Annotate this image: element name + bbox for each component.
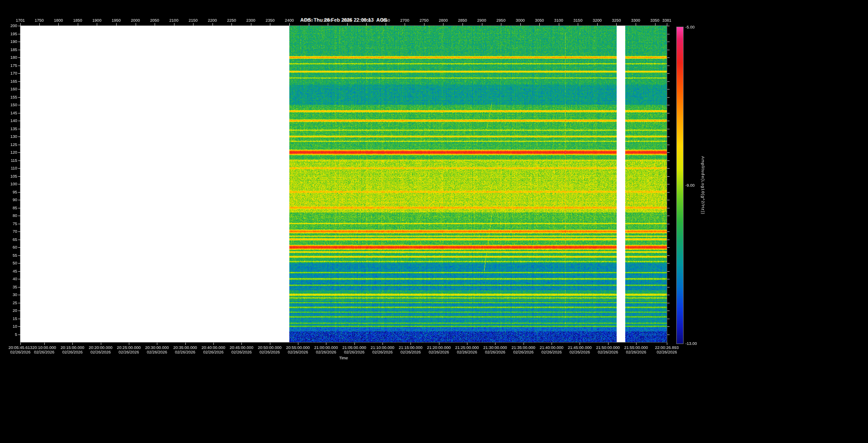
time-axis-tick	[467, 343, 467, 345]
freq-tick-right	[667, 224, 670, 224]
spectrogram-canvas[interactable]	[20, 26, 667, 342]
freq-tick-label: 115	[1, 158, 17, 163]
time-tick-label: 21:40:00.000	[540, 345, 564, 350]
date-label: 02/26/2026	[542, 350, 562, 354]
freq-tick-right	[667, 263, 670, 264]
freq-tick-right	[667, 326, 670, 327]
date-label: 02/26/2026	[598, 350, 618, 354]
time-axis-tick	[213, 343, 214, 345]
time-axis-tick	[44, 343, 45, 345]
time-tick-label: 22:00:26.893	[655, 345, 679, 350]
freq-tick-label: 10	[1, 324, 17, 329]
freq-tick-label: 110	[1, 166, 17, 170]
time-tick-label: 21:55:00.000	[624, 345, 648, 350]
freq-tick-right	[667, 145, 670, 145]
freq-tick-label: 170	[1, 71, 17, 75]
date-label: 02/26/2026	[62, 350, 83, 354]
freq-tick-label: 95	[1, 190, 17, 194]
freq-tick-right	[667, 311, 670, 311]
time-axis-tick	[298, 343, 298, 345]
time-tick-label: 20:25:00.000	[117, 345, 141, 350]
time-tick-label: 21:30:00.000	[483, 345, 507, 350]
colorbar	[677, 27, 683, 344]
date-label: 02/26/2026	[485, 350, 505, 354]
date-label: 02/26/2026	[429, 350, 449, 354]
freq-tick-right	[667, 57, 670, 58]
freq-tick-label: 130	[1, 134, 17, 139]
freq-tick-right	[667, 137, 670, 137]
date-label: 02/26/2026	[118, 350, 139, 354]
time-tick-label: 21:25:00.000	[455, 345, 479, 350]
freq-tick-label: 85	[1, 206, 17, 210]
time-axis-tick	[185, 343, 186, 345]
date-label: 02/26/2026	[626, 350, 646, 354]
freq-tick-right	[667, 176, 670, 177]
time-axis-tick	[608, 343, 609, 345]
spectrogram-plot[interactable]	[20, 26, 667, 342]
freq-tick-label: 75	[1, 222, 17, 226]
freq-tick-right	[667, 160, 670, 161]
freq-tick-label: 150	[1, 103, 17, 107]
freq-tick-right	[667, 200, 670, 200]
time-axis-tick	[410, 343, 411, 345]
freq-tick-label: 200	[1, 24, 17, 28]
freq-tick-label: 180	[1, 55, 17, 60]
window-title: AOS Thu 26 Feb 2026 22:00:13 AOS	[20, 18, 667, 23]
time-tick-label: 20:40:00.000	[202, 345, 226, 350]
date-label: 02/26/2026	[316, 350, 336, 354]
freq-tick-right	[667, 168, 670, 169]
freq-tick-right	[667, 152, 670, 153]
colorbar-canvas	[677, 27, 683, 344]
freq-tick-right	[667, 287, 670, 287]
freq-tick-label: 45	[1, 269, 17, 273]
freq-tick-label: 105	[1, 174, 17, 179]
freq-tick-label: 35	[1, 285, 17, 289]
freq-tick-label: 175	[1, 63, 17, 68]
time-axis-tick	[326, 343, 326, 345]
freq-tick-right	[667, 105, 670, 105]
freq-tick-right	[667, 303, 670, 303]
time-tick-label: 20:45:00.000	[230, 345, 254, 350]
date-label: 02/26/2026	[90, 350, 111, 354]
freq-tick-label: 140	[1, 118, 17, 123]
date-label: 02/26/2026	[203, 350, 223, 354]
time-tick-label: 21:10:00.000	[371, 345, 395, 350]
freq-tick-right	[667, 295, 670, 295]
time-axis-tick	[382, 343, 383, 345]
freq-tick-label: 160	[1, 87, 17, 91]
time-axis-tick	[495, 343, 495, 345]
date-label: 02/26/2026	[34, 350, 54, 354]
freq-tick-label: 80	[1, 213, 17, 218]
freq-tick-right	[667, 192, 670, 193]
freq-tick-label: 65	[1, 237, 17, 242]
freq-tick-right	[667, 97, 670, 98]
date-label: 02/26/2026	[344, 350, 364, 354]
time-axis-tick	[72, 343, 73, 345]
date-label: 02/26/2026	[147, 350, 167, 354]
time-tick-label: 20:10:00.000	[33, 345, 57, 350]
freq-tick-right	[667, 26, 670, 26]
freq-tick-right	[667, 231, 670, 232]
time-tick-label: 21:15:00.000	[399, 345, 423, 350]
time-tick-label: 20:55:00.000	[286, 345, 310, 350]
freq-tick-right	[667, 73, 670, 74]
date-label: 02/26/2026	[656, 350, 677, 354]
freq-tick-right	[667, 89, 670, 90]
freq-tick-label: 195	[1, 32, 17, 36]
freq-tick-label: 90	[1, 198, 17, 202]
freq-tick-right	[667, 271, 670, 272]
time-axis-tick	[129, 343, 129, 345]
freq-tick-label: 135	[1, 127, 17, 131]
freq-tick-right	[667, 81, 670, 82]
freq-tick-label: 30	[1, 292, 17, 297]
colorbar-tick-label: -5.00	[685, 25, 695, 29]
freq-tick-label: 20	[1, 308, 17, 313]
date-label: 02/26/2026	[175, 350, 195, 354]
date-label: 02/26/2026	[457, 350, 477, 354]
time-tick-label: 21:00:00.000	[314, 345, 338, 350]
date-label: 02/26/2026	[231, 350, 252, 354]
freq-tick-right	[667, 50, 670, 50]
freq-tick-label: 60	[1, 245, 17, 250]
time-axis-tick	[157, 343, 157, 345]
freq-tick-right	[667, 121, 670, 121]
